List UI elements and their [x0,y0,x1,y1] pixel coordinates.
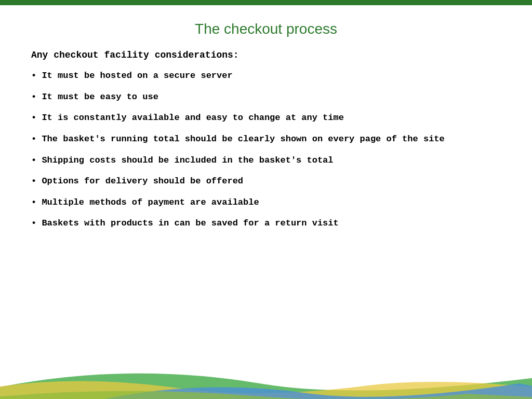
list-item: Baskets with products in can be saved fo… [31,217,501,230]
bottom-decoration [0,368,532,399]
list-item: Multiple methods of payment are availabl… [31,196,501,209]
top-bar [0,0,532,5]
list-item: It is constantly available and easy to c… [31,112,501,125]
list-item: It must be hosted on a secure server [31,70,501,83]
list-item: Shipping costs should be included in the… [31,154,501,167]
content-area: The checkout process Any checkout facili… [0,5,532,249]
list-item: It must be easy to use [31,91,501,104]
list-item: The basket's running total should be cle… [31,133,501,146]
bullet-list: It must be hosted on a secure server It … [31,70,501,230]
intro-text: Any checkout facility considerations: [31,50,501,60]
list-item: Options for delivery should be offered [31,175,501,188]
slide-title: The checkout process [31,21,501,37]
